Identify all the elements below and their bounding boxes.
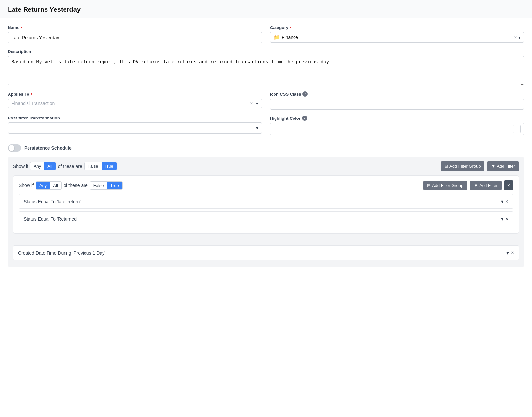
applies-to-actions: × ▾ (250, 101, 258, 106)
icon-css-label: Icon CSS Class i (270, 91, 524, 97)
outer-of-these-label: of these are (58, 164, 82, 169)
description-group: Description Based on My Well's late retu… (8, 49, 524, 85)
inner-add-filter-btn[interactable]: ▼ Add Filter (470, 181, 502, 190)
filter-rule-bottom-text: Created Date Time During 'Previous 1 Day… (18, 250, 506, 256)
rule-2-expand-btn[interactable]: ▾ (501, 216, 504, 222)
page-container: Late Returns Yesterday Name • Category •… (0, 0, 532, 417)
outer-any-btn[interactable]: Any (30, 162, 44, 170)
outer-filter-section: Show if Any All of these are False True … (8, 157, 524, 267)
rule-1-remove-btn[interactable]: × (505, 199, 508, 205)
inner-false-true-toggle[interactable]: False True (90, 181, 123, 190)
outer-add-filter-group-btn[interactable]: ⊞ Add Filter Group (441, 161, 484, 171)
name-required: • (21, 25, 22, 30)
inner-of-these-label: of these are (64, 183, 88, 188)
inner-funnel-icon: ▼ (474, 183, 478, 188)
post-filter-arrow-icon[interactable]: ▾ (256, 125, 258, 131)
filter-rule-1: Status Equal To 'late_return' ▾ × (19, 194, 513, 209)
applies-to-select[interactable]: Financial Transaction × ▾ (8, 99, 262, 108)
outer-show-if-label: Show if (13, 164, 28, 169)
highlight-info-icon[interactable]: i (302, 116, 307, 121)
category-label: Category • (270, 25, 524, 30)
filter-rule-1-text: Status Equal To 'late_return' (24, 199, 501, 204)
page-header: Late Returns Yesterday (0, 0, 532, 18)
applies-dropdown-icon[interactable]: ▾ (256, 101, 258, 106)
persistence-label: Persistence Schedule (24, 145, 72, 151)
persistence-toggle[interactable] (8, 144, 21, 152)
inner-true-btn[interactable]: True (107, 182, 122, 189)
filter-rule-bottom-actions: ▾ × (506, 250, 514, 256)
applies-to-label: Applies To • (8, 91, 262, 97)
icon-css-group: Icon CSS Class i (270, 91, 524, 110)
applies-clear-icon[interactable]: × (250, 101, 253, 106)
highlight-color-input[interactable] (274, 126, 510, 132)
form-body: Name • Category • 📁 Finance × ▾ (0, 18, 532, 279)
outer-true-btn[interactable]: True (102, 162, 117, 170)
post-filter-label: Post-filter Transformation (8, 116, 262, 120)
post-filter-group: Post-filter Transformation ▾ (8, 116, 262, 135)
highlight-color-label: Highlight Color i (270, 116, 524, 121)
name-group: Name • (8, 25, 262, 43)
inner-filter-group-icon: ⊞ (427, 183, 431, 188)
applies-to-placeholder: Financial Transaction (11, 101, 250, 106)
outer-false-true-toggle[interactable]: False True (84, 162, 117, 170)
bottom-rule-expand-btn[interactable]: ▾ (506, 250, 509, 256)
toggle-thumb (9, 145, 14, 151)
outer-filter-header-right: ⊞ Add Filter Group ▼ Add Filter (441, 161, 519, 171)
highlight-color-wrapper[interactable] (270, 123, 524, 135)
page-title: Late Returns Yesterday (8, 6, 524, 13)
bottom-rule-remove-btn[interactable]: × (511, 250, 514, 256)
applies-required: • (30, 91, 32, 97)
inner-filter-section: Show if Any All of these are False True (13, 175, 519, 234)
postfilter-highlight-row: Post-filter Transformation ▾ Highlight C… (8, 116, 524, 135)
description-textarea[interactable]: Based on My Well's late return report, t… (8, 56, 524, 85)
inner-false-btn[interactable]: False (90, 182, 107, 189)
rule-2-remove-btn[interactable]: × (505, 216, 508, 222)
applies-to-group: Applies To • Financial Transaction × ▾ (8, 91, 262, 110)
inner-add-filter-group-btn[interactable]: ⊞ Add Filter Group (423, 181, 467, 190)
persistence-row: Persistence Schedule (8, 141, 524, 157)
category-required: • (290, 25, 291, 30)
applies-icon-row: Applies To • Financial Transaction × ▾ I… (8, 91, 524, 110)
icon-css-input[interactable] (270, 99, 524, 110)
category-clear-icon[interactable]: × (514, 35, 517, 40)
filter-rule-1-actions: ▾ × (501, 198, 508, 205)
highlight-color-group: Highlight Color i (270, 116, 524, 135)
color-swatch[interactable] (513, 125, 521, 133)
name-input[interactable] (8, 32, 262, 43)
category-value: Finance (282, 35, 514, 40)
inner-show-if-label: Show if (19, 183, 34, 188)
inner-filter-header-left: Show if Any All of these are False True (19, 181, 123, 190)
filter-rule-2-actions: ▾ × (501, 216, 508, 222)
folder-icon: 📁 (274, 34, 280, 40)
filter-divider (13, 237, 519, 243)
inner-filter-header: Show if Any All of these are False True (19, 180, 513, 190)
category-dropdown-icon[interactable]: ▾ (518, 35, 521, 40)
outer-filter-header: Show if Any All of these are False True … (13, 161, 519, 171)
inner-any-all-toggle[interactable]: Any All (36, 181, 62, 190)
inner-close-btn[interactable]: × (504, 180, 513, 190)
name-category-row: Name • Category • 📁 Finance × ▾ (8, 25, 524, 43)
inner-any-btn[interactable]: Any (36, 182, 50, 189)
outer-add-filter-btn[interactable]: ▼ Add Filter (487, 161, 519, 171)
outer-any-all-toggle[interactable]: Any All (30, 162, 56, 170)
inner-all-btn[interactable]: All (50, 182, 61, 189)
post-filter-select[interactable]: ▾ (8, 122, 262, 134)
outer-all-btn[interactable]: All (44, 162, 55, 170)
outer-false-btn[interactable]: False (85, 162, 102, 170)
description-row: Description Based on My Well's late retu… (8, 49, 524, 85)
inner-filter-header-right: ⊞ Add Filter Group ▼ Add Filter × (423, 180, 513, 190)
category-select[interactable]: 📁 Finance × ▾ (270, 32, 524, 43)
funnel-icon: ▼ (491, 164, 495, 169)
outer-filter-header-left: Show if Any All of these are False True (13, 162, 117, 170)
filter-group-icon: ⊞ (445, 164, 448, 169)
name-label: Name • (8, 25, 262, 30)
rule-1-expand-btn[interactable]: ▾ (501, 198, 504, 205)
description-label: Description (8, 49, 524, 54)
filter-rule-bottom: Created Date Time During 'Previous 1 Day… (13, 245, 519, 260)
filter-rule-2: Status Equal To 'Returned' ▾ × (19, 211, 513, 226)
icon-css-info-icon[interactable]: i (302, 91, 308, 97)
filter-rule-2-text: Status Equal To 'Returned' (24, 216, 501, 222)
toggle-track[interactable] (8, 144, 21, 152)
category-group: Category • 📁 Finance × ▾ (270, 25, 524, 43)
